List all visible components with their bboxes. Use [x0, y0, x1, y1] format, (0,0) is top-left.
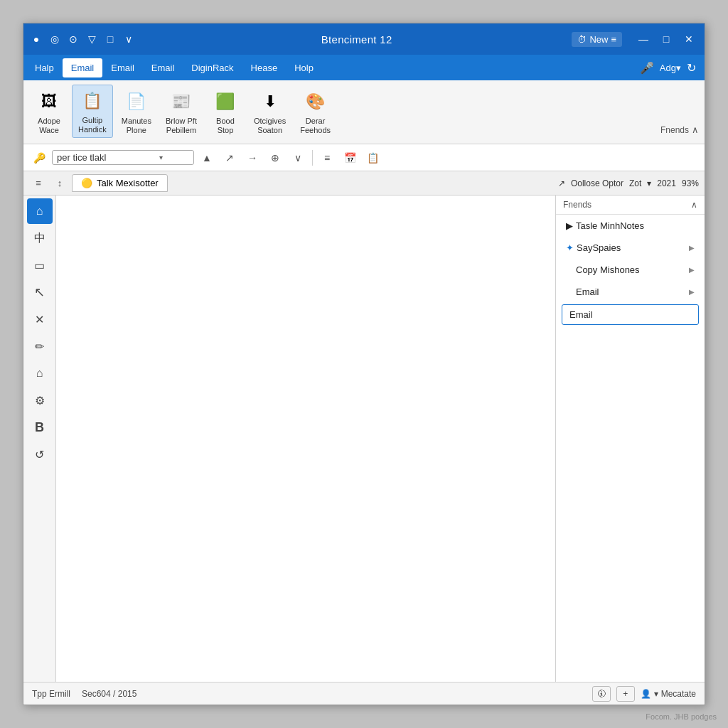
right-panel-item-tasle[interactable]: ▶ Tasle MinhNotes: [556, 215, 705, 237]
sidebar-icon-close[interactable]: ✕: [27, 306, 53, 332]
menu-bar-right: 🎤 Adg▾ ↻: [640, 61, 702, 75]
diagonal-arrow-icon[interactable]: ↗: [220, 149, 240, 167]
search-input[interactable]: [57, 152, 156, 163]
zot-label: Zot: [629, 178, 641, 188]
oollose-action-label[interactable]: Oollose Optor: [571, 178, 623, 188]
status-center: Sec604 / 2015: [82, 689, 136, 699]
new-menu-icon: ≡: [611, 34, 616, 45]
new-button[interactable]: ⏱ New ≡: [572, 32, 622, 47]
user-label: Mecatate: [661, 689, 696, 699]
ribbon-btn-bood[interactable]: 🟩 BoodStop: [205, 86, 245, 138]
clipboard-icon[interactable]: 📋: [363, 149, 382, 167]
sidebar-icon-refresh[interactable]: ↺: [27, 441, 53, 467]
hamburger-icon[interactable]: ≡: [29, 174, 48, 193]
dropdown-icon[interactable]: ∨: [288, 149, 308, 167]
list-icon[interactable]: ≡: [317, 149, 337, 167]
app-icon-dropdown[interactable]: ∨: [122, 32, 136, 46]
search-input-wrap[interactable]: ▾: [52, 150, 194, 165]
sidebar-icon-gear[interactable]: ⚙: [27, 387, 53, 413]
manutes-icon: 📄: [124, 89, 149, 114]
right-panel-item-email-arrow[interactable]: Email ▶: [556, 281, 705, 303]
tab-item[interactable]: 🟡 Talk Mexisotter: [72, 174, 168, 192]
sidebar-icon-home[interactable]: ⌂: [27, 198, 53, 224]
menu-item-halp[interactable]: Halp: [26, 58, 63, 77]
sayspaies-prefix-icon: ✦: [566, 242, 574, 253]
menu-item-diginrack[interactable]: DiginRack: [183, 58, 242, 77]
ribbon-btn-adope[interactable]: 🖼 AdopeWace: [29, 86, 69, 138]
user-dropdown-icon: ▾: [654, 689, 658, 699]
copy-arrow: ▶: [689, 266, 695, 274]
ribbon-btn-manutes[interactable]: 📄 ManutesPlone: [116, 86, 157, 138]
ribbon-btn-gultip[interactable]: 📋 GultipHandick: [72, 85, 113, 138]
clock-icon: ⏱: [577, 34, 587, 45]
window-controls: — □ ✕: [633, 31, 699, 48]
dropdown-small-icon[interactable]: ▾: [647, 178, 651, 188]
year-label: 2021: [657, 178, 676, 188]
key-icon: 🔑: [29, 149, 49, 167]
zoom-label: 93%: [682, 178, 699, 188]
title-bar: ● ◎ ⊙ ▽ □ ∨ Btenciment 12 ⏱ New ≡ — □ ✕: [23, 23, 705, 55]
adg-button[interactable]: Adg▾: [660, 63, 681, 73]
sidebar-icon-pencil[interactable]: ✏: [27, 333, 53, 359]
up-arrow-icon[interactable]: ▲: [197, 149, 217, 167]
adope-icon: 🖼: [36, 89, 62, 114]
app-icon-1[interactable]: ●: [29, 32, 43, 46]
user-area[interactable]: 👤 ▾ Mecatate: [641, 689, 696, 699]
email-panel-arrow: ▶: [689, 288, 695, 296]
collapse-panel-icon[interactable]: ∧: [691, 200, 697, 210]
sidebar-icon-grid[interactable]: 中: [27, 225, 53, 251]
title-bar-right: ⏱ New ≡ — □ ✕: [572, 31, 699, 48]
calendar-icon[interactable]: 📅: [340, 149, 360, 167]
copy-label: Copy Mishones: [566, 264, 689, 275]
sidebar-icon-home2[interactable]: ⌂: [27, 360, 53, 386]
ribbon-btn-brlow[interactable]: 📰 Brlow PftPebillem: [160, 86, 203, 138]
brlow-label: Brlow PftPebillem: [166, 117, 197, 135]
adope-label: AdopeWace: [38, 117, 60, 135]
tab-bar: ≡ ↕ 🟡 Talk Mexisotter ↗ Oollose Optor Zo…: [23, 171, 705, 196]
menu-item-email1[interactable]: Email: [63, 58, 103, 77]
status-bar: Tpp Ermill Sec604 / 2015 🛈 + 👤 ▾ Mecatat…: [23, 682, 705, 705]
status-bar-right: 🛈 + 👤 ▾ Mecatate: [592, 686, 696, 702]
app-icon-2[interactable]: ◎: [48, 32, 62, 46]
gultip-label: GultipHandick: [78, 116, 107, 134]
bood-icon: 🟩: [213, 89, 238, 114]
refresh-icon[interactable]: ↻: [687, 61, 696, 75]
menu-item-holp[interactable]: Holp: [286, 58, 322, 77]
ribbon-btn-derar[interactable]: 🎨 DerarFeehods: [294, 86, 336, 138]
plus-circle-icon[interactable]: ⊕: [265, 149, 285, 167]
sidebar-icon-bold[interactable]: B: [27, 414, 53, 440]
menu-item-hease[interactable]: Hease: [242, 58, 287, 77]
sidebar-icon-diagonal[interactable]: ↖: [27, 279, 53, 305]
footer-label: Focom. JHB podges: [646, 712, 717, 721]
sort-icon[interactable]: ↕: [50, 174, 69, 193]
menu-item-email3[interactable]: Email: [143, 58, 183, 77]
window-title: Btenciment 12: [141, 33, 572, 46]
right-panel-item-copy[interactable]: Copy Mishones ▶: [556, 259, 705, 281]
search-dropdown-icon[interactable]: ▾: [159, 154, 163, 161]
tab-right-area: ↗ Oollose Optor Zot ▾ 2021 93%: [558, 178, 699, 188]
right-panel-header: Fnends ∧: [556, 196, 705, 215]
minimize-button[interactable]: —: [633, 31, 653, 48]
add-button[interactable]: +: [616, 686, 635, 702]
right-arrow-icon[interactable]: →: [242, 149, 262, 167]
tab-icon: 🟡: [81, 178, 92, 188]
canvas-area: [56, 196, 555, 682]
derar-icon: 🎨: [303, 89, 328, 114]
info-button[interactable]: 🛈: [592, 686, 611, 702]
fnends-collapse-icon[interactable]: ∧: [692, 124, 699, 135]
title-bar-icons: ● ◎ ⊙ ▽ □ ∨: [29, 32, 136, 46]
menu-item-email2[interactable]: Email: [102, 58, 143, 77]
plus-icon: +: [623, 689, 628, 699]
sidebar-icon-monitor[interactable]: ▭: [27, 252, 53, 278]
app-icon-tablet[interactable]: □: [103, 32, 117, 46]
maximize-button[interactable]: □: [656, 31, 676, 48]
tab-label: Talk Mexisotter: [97, 178, 159, 188]
close-button[interactable]: ✕: [679, 31, 699, 48]
manutes-label: ManutesPlone: [122, 117, 151, 135]
derar-label: DerarFeehods: [300, 117, 331, 135]
microphone-icon[interactable]: 🎤: [640, 61, 654, 75]
app-icon-3[interactable]: ⊙: [66, 32, 80, 46]
ribbon-btn-otcigives[interactable]: ⬇ OtcigivesSoaton: [248, 86, 291, 138]
right-panel-item-sayspaies[interactable]: ✦ SaySpaies ▶: [556, 237, 705, 259]
right-panel-item-email-selected[interactable]: Email: [562, 304, 699, 325]
